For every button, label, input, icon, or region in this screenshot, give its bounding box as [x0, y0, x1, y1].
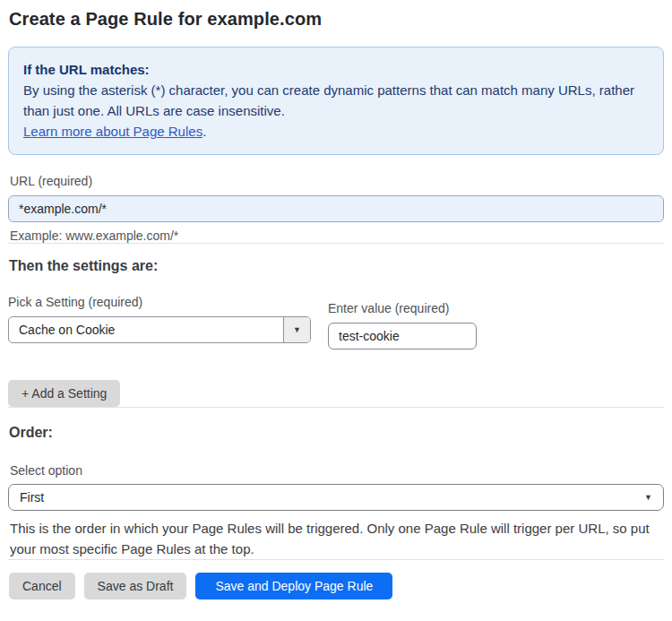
divider	[8, 243, 664, 244]
form-actions: Cancel Save as Draft Save and Deploy Pag…	[8, 573, 664, 599]
chevron-down-icon: ▼	[293, 326, 301, 334]
setting-picker-label: Pick a Setting (required)	[8, 295, 311, 309]
setting-value-label: Enter value (required)	[328, 301, 477, 315]
setting-select-arrow-button[interactable]: ▼	[283, 317, 310, 342]
info-box-heading: If the URL matches:	[23, 59, 649, 80]
create-page-rule-form: Create a Page Rule for example.com If th…	[0, 0, 672, 599]
url-match-info-box: If the URL matches: By using the asteris…	[8, 47, 664, 155]
order-section-heading: Order:	[8, 425, 664, 441]
order-helper-text: This is the order in which your Page Rul…	[8, 518, 664, 559]
order-select[interactable]: First ▼	[8, 484, 664, 511]
setting-picker-column: Pick a Setting (required) Cache on Cooki…	[8, 295, 311, 349]
link-suffix: .	[202, 124, 206, 139]
url-example-helper: Example: www.example.com/*	[8, 229, 664, 243]
add-setting-button[interactable]: + Add a Setting	[8, 380, 120, 407]
chevron-down-icon: ▼	[644, 494, 652, 502]
setting-select-value: Cache on Cookie	[9, 317, 283, 342]
save-and-deploy-button[interactable]: Save and Deploy Page Rule	[195, 573, 392, 599]
divider	[8, 407, 664, 408]
setting-select[interactable]: Cache on Cookie ▼	[8, 316, 311, 343]
order-select-value: First	[20, 490, 44, 505]
save-as-draft-button[interactable]: Save as Draft	[84, 573, 187, 599]
url-input[interactable]	[8, 195, 664, 222]
divider	[8, 559, 664, 560]
info-box-link-line: Learn more about Page Rules.	[23, 121, 649, 142]
page-title: Create a Page Rule for example.com	[8, 9, 664, 30]
setting-value-column: Enter value (required)	[328, 301, 477, 349]
learn-more-link[interactable]: Learn more about Page Rules	[23, 124, 202, 139]
info-box-body: By using the asterisk (*) character, you…	[23, 80, 649, 121]
cancel-button[interactable]: Cancel	[9, 573, 75, 599]
settings-row: Pick a Setting (required) Cache on Cooki…	[8, 295, 664, 349]
settings-section-heading: Then the settings are:	[8, 258, 664, 274]
url-field-label: URL (required)	[8, 174, 664, 188]
order-select-label: Select option	[8, 463, 664, 478]
setting-value-input[interactable]	[328, 323, 477, 349]
